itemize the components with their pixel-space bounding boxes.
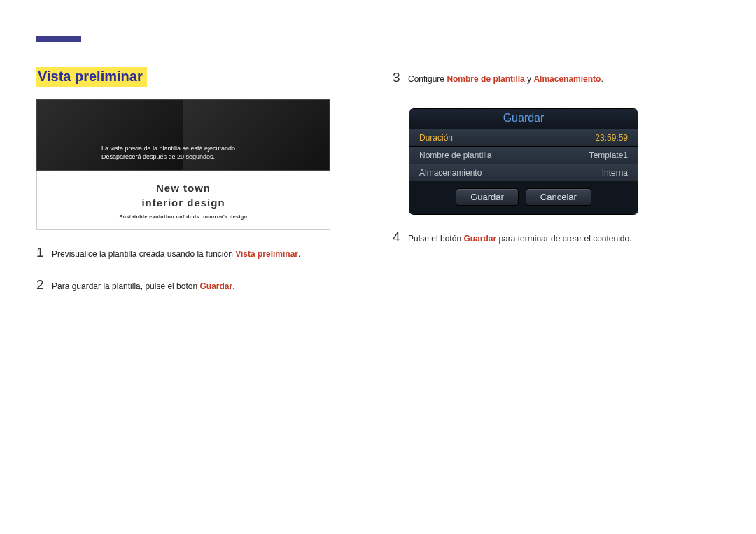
right-column: 3 Configure Nombre de plantilla y Almace… bbox=[393, 67, 721, 307]
step-text-em: Vista preliminar bbox=[235, 249, 298, 259]
preview-caption: New town interior design Sustainble evol… bbox=[36, 171, 330, 230]
header-divider bbox=[92, 45, 721, 45]
step-number: 2 bbox=[36, 274, 52, 295]
step-number: 1 bbox=[36, 242, 52, 263]
step-text-em2: Almacenamiento bbox=[533, 74, 601, 84]
step-text-b: . bbox=[298, 249, 300, 259]
header-accent-bar bbox=[36, 36, 81, 42]
step-text-mid: y bbox=[525, 74, 534, 84]
step-number: 3 bbox=[393, 67, 408, 88]
save-button[interactable]: Guardar bbox=[456, 188, 519, 206]
dialog-title: Guardar bbox=[410, 109, 638, 129]
row-value: Template1 bbox=[589, 150, 628, 160]
step-text-em1: Nombre de plantilla bbox=[447, 74, 524, 84]
overlay-line-1: La vista previa de la plantilla se está … bbox=[102, 144, 237, 153]
step-text-a: Previsualice la plantilla creada usando … bbox=[52, 249, 235, 259]
row-value: Interna bbox=[602, 168, 628, 178]
step-text: Previsualice la plantilla creada usando … bbox=[52, 248, 365, 261]
row-value: 23:59:59 bbox=[595, 133, 628, 143]
step-text-a: Configure bbox=[408, 74, 447, 84]
step-text: Pulse el botón Guardar para terminar de … bbox=[408, 232, 721, 246]
page-content: Vista preliminar La vista previa de la p… bbox=[36, 67, 721, 307]
step-text-em: Guardar bbox=[463, 234, 496, 244]
row-label: Nombre de plantilla bbox=[419, 150, 491, 160]
row-label: Almacenamiento bbox=[419, 168, 482, 178]
save-dialog: Guardar Duración 23:59:59 Nombre de plan… bbox=[410, 109, 638, 214]
caption-subline: Sustainble evolution unfolods tomorrw's … bbox=[44, 214, 323, 219]
step-text-a: Para guardar la plantilla, pulse el botó… bbox=[52, 281, 200, 291]
cancel-button[interactable]: Cancelar bbox=[526, 188, 592, 206]
step-1: 1 Previsualice la plantilla creada usand… bbox=[36, 242, 365, 263]
step-text-b: para terminar de crear el contenido. bbox=[496, 234, 631, 244]
caption-line-1: New town bbox=[44, 181, 323, 195]
dialog-button-row: Guardar Cancelar bbox=[410, 181, 638, 214]
dialog-row-template-name[interactable]: Nombre de plantilla Template1 bbox=[410, 147, 638, 164]
dialog-row-duration[interactable]: Duración 23:59:59 bbox=[410, 129, 638, 147]
dialog-row-storage[interactable]: Almacenamiento Interna bbox=[410, 164, 638, 181]
left-column: Vista preliminar La vista previa de la p… bbox=[36, 67, 365, 307]
preview-screen: La vista previa de la plantilla se está … bbox=[36, 99, 330, 171]
caption-line-2: interior design bbox=[44, 195, 323, 210]
step-text-a: Pulse el botón bbox=[408, 234, 463, 244]
step-text-b: . bbox=[232, 281, 234, 291]
step-3: 3 Configure Nombre de plantilla y Almace… bbox=[393, 67, 721, 88]
step-text-b: . bbox=[601, 74, 603, 84]
section-title: Vista preliminar bbox=[36, 67, 147, 87]
step-text: Para guardar la plantilla, pulse el botó… bbox=[52, 280, 365, 293]
step-text-em: Guardar bbox=[200, 281, 232, 291]
step-4: 4 Pulse el botón Guardar para terminar d… bbox=[393, 227, 721, 248]
step-number: 4 bbox=[393, 227, 408, 248]
step-text: Configure Nombre de plantilla y Almacena… bbox=[408, 73, 721, 86]
preview-overlay-text: La vista previa de la plantilla se está … bbox=[102, 144, 237, 162]
step-2: 2 Para guardar la plantilla, pulse el bo… bbox=[36, 274, 365, 295]
row-label: Duración bbox=[419, 133, 453, 143]
overlay-line-2: Desaparecerá después de 20 segundos. bbox=[102, 153, 237, 162]
preview-mockup: La vista previa de la plantilla se está … bbox=[36, 99, 330, 230]
